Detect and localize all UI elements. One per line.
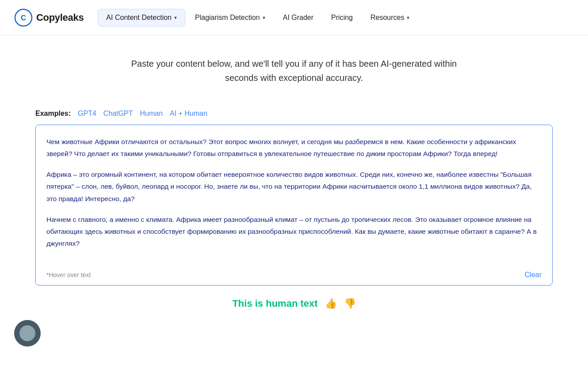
example-human[interactable]: Human [140, 110, 163, 118]
text-paragraph-2: Африка – это огромный континент, на кото… [46, 168, 542, 204]
thumbs-up-icon: 👍 [325, 298, 337, 309]
example-ai-human[interactable]: AI + Human [170, 110, 207, 118]
nav-item-ai-grader-label: AI Grader [283, 14, 313, 22]
logo[interactable]: C Copyleaks [14, 8, 84, 27]
example-chatgpt[interactable]: ChatGPT [103, 110, 133, 118]
nav-item-ai-detection[interactable]: AI Content Detection ▾ [98, 9, 185, 27]
text-paragraph-1: Чем животные Африки отличаются от осталь… [46, 136, 542, 160]
thumbs-down-button[interactable]: 👎 [344, 298, 356, 309]
hero-section: Paste your content below, and we'll tell… [0, 35, 588, 95]
text-paragraph-3: Начнем с главного, а именно с климата. А… [46, 213, 542, 249]
thumbs-down-icon: 👎 [344, 298, 356, 309]
text-content[interactable]: Чем животные Африки отличаются от осталь… [36, 125, 552, 267]
clear-button[interactable]: Clear [525, 271, 542, 279]
avatar [14, 320, 41, 347]
chevron-down-icon-resources: ▾ [407, 15, 409, 21]
logo-text: Copyleaks [36, 12, 84, 23]
chevron-down-icon-plagiarism: ▾ [263, 15, 265, 21]
logo-icon: C [14, 8, 33, 27]
result-text: This is human text [232, 298, 317, 309]
nav-items: AI Content Detection ▾ Plagiarism Detect… [98, 9, 574, 27]
result-row: This is human text 👍 👎 [0, 286, 588, 316]
text-input-area[interactable]: Чем животные Африки отличаются от осталь… [35, 125, 553, 286]
nav-item-plagiarism-label: Plagiarism Detection [195, 14, 260, 22]
avatar-image [19, 325, 35, 341]
nav-item-resources[interactable]: Resources ▾ [363, 9, 417, 26]
textarea-footer: *Hover over text Clear [36, 267, 552, 285]
nav-item-resources-label: Resources [370, 14, 404, 22]
svg-text:C: C [21, 14, 26, 22]
navbar: C Copyleaks AI Content Detection ▾ Plagi… [0, 0, 588, 35]
example-gpt4[interactable]: GPT4 [78, 110, 96, 118]
hero-text: Paste your content below, and we'll tell… [126, 57, 462, 85]
hover-hint: *Hover over text [46, 271, 91, 278]
thumbs-up-button[interactable]: 👍 [325, 298, 337, 309]
nav-item-pricing-label: Pricing [331, 14, 353, 22]
nav-item-pricing[interactable]: Pricing [323, 9, 361, 26]
nav-item-ai-detection-label: AI Content Detection [106, 14, 172, 22]
examples-row: Examples: GPT4 ChatGPT Human AI + Human [0, 95, 588, 125]
examples-label: Examples: [35, 110, 71, 118]
nav-item-ai-grader[interactable]: AI Grader [275, 9, 321, 26]
chevron-down-icon-ai: ▾ [174, 15, 177, 21]
nav-item-plagiarism[interactable]: Plagiarism Detection ▾ [187, 9, 273, 26]
